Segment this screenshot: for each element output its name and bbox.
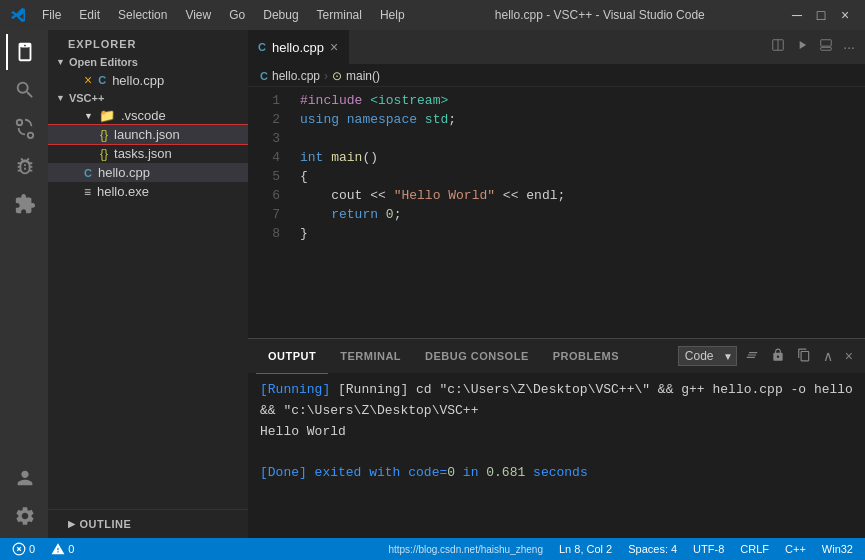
more-actions-button[interactable]: ··· <box>841 37 857 57</box>
open-editor-filename: hello.cpp <box>112 73 164 88</box>
status-platform[interactable]: Win32 <box>818 538 857 560</box>
code-line-2: using namespace std; <box>300 110 825 129</box>
tab-actions: ··· <box>761 30 865 64</box>
output-hello-line: Hello World <box>260 422 853 443</box>
file-icon-cpp: C <box>98 74 106 86</box>
status-watermark: https://blog.csdn.net/haishu_zheng <box>384 538 547 560</box>
hello-cpp-name: hello.cpp <box>98 165 150 180</box>
launch-json-icon: {} <box>100 128 108 142</box>
menu-debug[interactable]: Debug <box>255 6 306 24</box>
copy-output-button[interactable] <box>793 346 815 367</box>
error-count: 0 <box>29 543 35 555</box>
vscode-logo <box>10 7 26 23</box>
open-editors-header[interactable]: ▼ Open Editors <box>48 54 248 70</box>
activity-debug[interactable] <box>6 148 42 184</box>
hello-cpp-item[interactable]: C hello.cpp <box>48 163 248 182</box>
vscpp-header[interactable]: ▼ VSC++ <box>48 90 248 106</box>
code-line-7: return 0; <box>300 205 825 224</box>
panel-layout-button[interactable] <box>817 36 835 57</box>
open-editors-label: Open Editors <box>69 56 138 68</box>
tab-file-icon: C <box>258 41 266 53</box>
outline-header[interactable]: ▶ Outline <box>48 514 248 534</box>
status-line-ending[interactable]: CRLF <box>736 538 773 560</box>
activity-source-control[interactable] <box>6 110 42 146</box>
output-running-line: [Running] [Running] cd "c:\Users\Z\Deskt… <box>260 380 853 422</box>
panel-tabs: OUTPUT TERMINAL DEBUG CONSOLE PROBLEMS C… <box>248 339 865 374</box>
window-title: hello.cpp - VSC++ - Visual Studio Code <box>421 8 779 22</box>
menu-terminal[interactable]: Terminal <box>309 6 370 24</box>
tab-close-button[interactable]: × <box>330 39 338 55</box>
status-warnings[interactable]: 0 <box>47 538 78 560</box>
close-button[interactable]: × <box>835 5 855 25</box>
warning-count: 0 <box>68 543 74 555</box>
breadcrumb-symbol-icon: ⊙ <box>332 69 342 83</box>
modified-indicator: × <box>84 72 92 88</box>
svg-rect-3 <box>821 47 832 50</box>
running-command: [Running] cd "c:\Users\Z\Desktop\VSC++\"… <box>260 382 853 418</box>
panel-tab-problems[interactable]: PROBLEMS <box>541 339 631 374</box>
activity-search[interactable] <box>6 72 42 108</box>
status-language[interactable]: C++ <box>781 538 810 560</box>
menu-edit[interactable]: Edit <box>71 6 108 24</box>
outline-triangle: ▶ <box>68 519 76 529</box>
language-text: C++ <box>785 543 806 555</box>
vscode-folder-name: .vscode <box>121 108 166 123</box>
tasks-json-item[interactable]: {} tasks.json <box>48 144 248 163</box>
clear-output-button[interactable] <box>741 346 763 367</box>
tab-bar: C hello.cpp × ··· <box>248 30 865 65</box>
breadcrumb-symbol[interactable]: main() <box>346 69 380 83</box>
maximize-button[interactable]: □ <box>811 5 831 25</box>
vscpp-triangle: ▼ <box>56 93 65 103</box>
status-spaces[interactable]: Spaces: 4 <box>624 538 681 560</box>
menu-help[interactable]: Help <box>372 6 413 24</box>
activity-account[interactable] <box>6 460 42 496</box>
menu-go[interactable]: Go <box>221 6 253 24</box>
close-panel-button[interactable]: × <box>841 346 857 366</box>
sidebar-spacer <box>48 201 248 509</box>
activity-explorer[interactable] <box>6 34 42 70</box>
panel: OUTPUT TERMINAL DEBUG CONSOLE PROBLEMS C… <box>248 338 865 538</box>
panel-tab-terminal[interactable]: TERMINAL <box>328 339 413 374</box>
menu-view[interactable]: View <box>177 6 219 24</box>
open-editor-hello-cpp[interactable]: × C hello.cpp <box>48 70 248 90</box>
tab-hello-cpp[interactable]: C hello.cpp × <box>248 30 349 64</box>
code-line-8: } <box>300 224 825 243</box>
split-editor-button[interactable] <box>769 36 787 57</box>
output-select[interactable]: Code Tasks <box>678 346 737 366</box>
lock-output-button[interactable] <box>767 346 789 367</box>
launch-json-item[interactable]: {} launch.json <box>48 125 248 144</box>
menu-file[interactable]: File <box>34 6 69 24</box>
activity-extensions[interactable] <box>6 186 42 222</box>
output-select-wrapper: Code Tasks ▼ <box>678 346 737 366</box>
maximize-panel-button[interactable]: ∧ <box>819 346 837 366</box>
status-encoding[interactable]: UTF-8 <box>689 538 728 560</box>
minimize-button[interactable]: ─ <box>787 5 807 25</box>
code-content[interactable]: #include <iostream> using namespace std;… <box>288 87 825 338</box>
sidebar-header: Explorer <box>48 30 248 54</box>
line-col-text: Ln 8, Col 2 <box>559 543 612 555</box>
status-errors[interactable]: 0 <box>8 538 39 560</box>
launch-json-name: launch.json <box>114 127 180 142</box>
menu-bar: File Edit Selection View Go Debug Termin… <box>34 6 413 24</box>
code-editor[interactable]: 1 2 3 4 5 6 7 8 #include <iostream> usin… <box>248 87 865 338</box>
line-ending-text: CRLF <box>740 543 769 555</box>
sidebar: Explorer ▼ Open Editors × C hello.cpp ▼ … <box>48 30 248 538</box>
panel-tab-output[interactable]: OUTPUT <box>256 339 328 374</box>
running-bracket: [Running] <box>260 382 338 397</box>
breadcrumb-file[interactable]: hello.cpp <box>272 69 320 83</box>
hello-exe-icon: ≡ <box>84 185 91 199</box>
run-button[interactable] <box>793 36 811 57</box>
breadcrumb-file-icon: C <box>260 70 268 82</box>
activity-settings[interactable] <box>6 498 42 534</box>
encoding-text: UTF-8 <box>693 543 724 555</box>
spaces-text: Spaces: 4 <box>628 543 677 555</box>
done-text: in <box>455 465 486 480</box>
hello-exe-item[interactable]: ≡ hello.exe <box>48 182 248 201</box>
status-line-col[interactable]: Ln 8, Col 2 <box>555 538 616 560</box>
code-line-5: { <box>300 167 825 186</box>
tasks-json-name: tasks.json <box>114 146 172 161</box>
code-line-1: #include <iostream> <box>300 91 825 110</box>
panel-tab-debug[interactable]: DEBUG CONSOLE <box>413 339 541 374</box>
vscode-folder[interactable]: ▼ 📁 .vscode <box>48 106 248 125</box>
menu-selection[interactable]: Selection <box>110 6 175 24</box>
